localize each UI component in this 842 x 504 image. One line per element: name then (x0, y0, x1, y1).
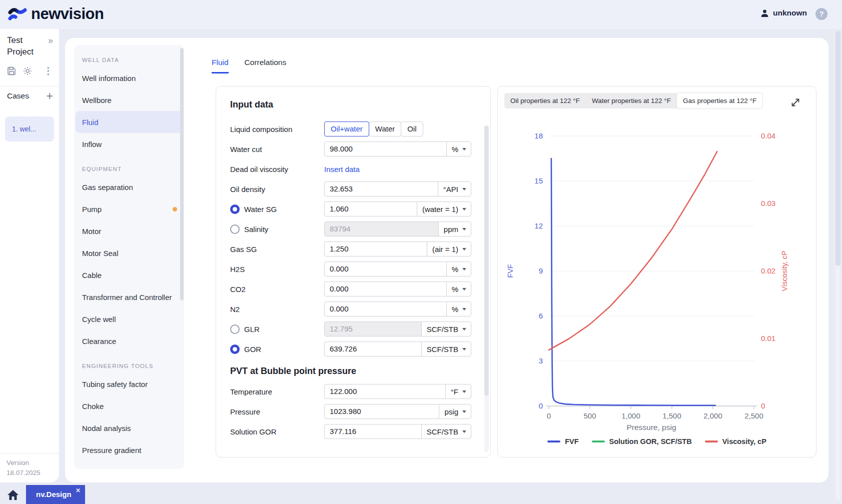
sidebar-item-fluid[interactable]: Fluid (76, 111, 183, 133)
temperature-label: Temperature (230, 388, 272, 396)
pressure-input[interactable]: 1023.980 (325, 404, 439, 418)
taskbar-tab-nvdesign[interactable]: nv.Design ✕ (26, 485, 85, 504)
n2-input[interactable]: 0.000 (325, 302, 446, 316)
glr-control-cell: 12.795SCF/STB (324, 322, 471, 336)
n2-label-cell: N2 (230, 305, 324, 314)
salinity-label-cell: Salinity (230, 224, 324, 234)
sidebar-item-choke[interactable]: Choke (74, 395, 184, 417)
pressure-unit-select[interactable]: psig (439, 404, 471, 418)
salinity-unit-select[interactable]: ppm (438, 222, 471, 236)
sidebar-item-wellbore[interactable]: Wellbore (74, 89, 184, 111)
case-item[interactable]: 1. wel... (5, 116, 54, 142)
liquid-composition-option-oil-water[interactable]: Oil+water (324, 122, 369, 136)
close-tab-icon[interactable]: ✕ (76, 487, 81, 494)
form-row-water-sg: Water SG1.060(water = 1) (230, 199, 490, 219)
oil-density-unit-label: °API (443, 185, 458, 194)
help-button[interactable]: ? (815, 8, 827, 20)
solution-gor-input[interactable]: 377.116 (325, 424, 421, 438)
n2-unit-label: % (452, 305, 458, 314)
gas-sg-unit-select[interactable]: (air = 1) (427, 242, 471, 256)
glr-input[interactable]: 12.795 (325, 322, 421, 336)
username-label: unknown (773, 8, 807, 18)
page-scrollbar[interactable] (835, 31, 840, 500)
legend-item-viscosity-cp[interactable]: Viscosity, cP (705, 438, 766, 446)
save-icon[interactable] (7, 66, 17, 76)
sidebar-item-cycle-well[interactable]: Cycle well (74, 308, 184, 330)
water-sg-input[interactable]: 1.060 (325, 202, 417, 216)
salinity-input[interactable]: 83794 (325, 222, 438, 236)
h2s-unit-select[interactable]: % (446, 262, 471, 276)
liquid-composition-option-water[interactable]: Water (369, 122, 401, 136)
oil-density-unit-select[interactable]: °API (438, 182, 471, 196)
sidebar-item-motor[interactable]: Motor (74, 220, 184, 242)
gor-unit-select[interactable]: SCF/STB (421, 342, 471, 356)
glr-radio[interactable] (230, 324, 240, 334)
co2-input[interactable]: 0.000 (325, 282, 446, 296)
sidebar-item-pressure-gradient[interactable]: Pressure gradient (74, 439, 184, 461)
co2-label: CO2 (230, 285, 246, 294)
water-sg-radio[interactable] (230, 204, 240, 214)
sidebar-item-tubing-safety-factor[interactable]: Tubing safety factor (74, 373, 184, 395)
temperature-unit-select[interactable]: °F (445, 384, 471, 398)
oil-density-input[interactable]: 32.653 (325, 182, 438, 196)
sidebar-item-label: Pump (82, 205, 102, 214)
water-cut-input[interactable]: 98.000 (325, 142, 446, 156)
form-row-gas-sg: Gas SG1.250(air = 1) (230, 239, 490, 259)
sidebar-item-inflow[interactable]: Inflow (74, 133, 184, 155)
temperature-input[interactable]: 122.000 (325, 384, 445, 398)
solution-gor-unit-select[interactable]: SCF/STB (421, 424, 471, 438)
settings-gear-icon[interactable] (23, 66, 33, 76)
tab-fluid[interactable]: Fluid (212, 58, 229, 74)
chart-tab-gas-properties-at-122-f[interactable]: Gas properties at 122 °F (677, 93, 762, 108)
version-date: 18.07.2025 (7, 468, 41, 478)
more-options-icon[interactable]: ⋮ (44, 65, 53, 76)
h2s-input[interactable]: 0.000 (325, 262, 446, 276)
co2-unit-select[interactable]: % (446, 282, 471, 296)
chart-legend: FVFSolution GOR, SCF/STBViscosity, cP (498, 438, 816, 446)
sidebar-item-motor-seal[interactable]: Motor Seal (74, 242, 184, 264)
chevron-down-icon (462, 410, 466, 413)
sidebar-item-transformer-and-controller[interactable]: Transformer and Controller (74, 286, 184, 308)
water-cut-unit-select[interactable]: % (446, 142, 471, 156)
h2s-label-cell: H2S (230, 265, 324, 274)
app-logo: newvision (8, 4, 104, 24)
glr-unit-select[interactable]: SCF/STB (421, 322, 471, 336)
gor-control-cell: 639.726SCF/STB (324, 342, 471, 356)
sidebar-item-cable[interactable]: Cable (74, 264, 184, 286)
legend-item-fvf[interactable]: FVF (547, 438, 578, 446)
glr-label: GLR (244, 325, 260, 334)
salinity-radio[interactable] (230, 224, 240, 234)
sidebar-item-nodal-analysis[interactable]: Nodal analysis (74, 417, 184, 439)
water-sg-unit-select[interactable]: (water = 1) (417, 202, 471, 216)
properties-chart-panel: Oil properties at 122 °FWater properties… (497, 86, 816, 458)
sidebar-item-clearance[interactable]: Clearance (74, 330, 184, 352)
legend-item-solution-gor-scf-stb[interactable]: Solution GOR, SCF/STB (592, 438, 692, 446)
sidebar-item-pump[interactable]: Pump (74, 198, 184, 220)
sidebar-item-label: Inflow (82, 140, 102, 148)
svg-text:0.01: 0.01 (761, 334, 775, 342)
collapse-panel-icon[interactable]: » (48, 36, 53, 46)
n2-unit-select[interactable]: % (446, 302, 471, 316)
chart-tab-water-properties-at-122-f[interactable]: Water properties at 122 °F (586, 93, 677, 108)
sidebar-scrollbar[interactable] (180, 48, 184, 300)
expand-chart-button[interactable] (790, 97, 801, 108)
gas-sg-input[interactable]: 1.250 (325, 242, 427, 256)
sidebar-item-well-information[interactable]: Well information (74, 67, 184, 89)
project-panel: Test Project » ⋮ Cases + 1. wel... Versi… (0, 29, 59, 482)
user-menu[interactable]: unknown (760, 8, 807, 18)
sidebar-item-gas-separation[interactable]: Gas separation (74, 176, 184, 198)
dead-oil-viscosity-link[interactable]: Insert data (324, 165, 360, 174)
gor-input[interactable]: 639.726 (325, 342, 421, 356)
home-button[interactable] (7, 489, 20, 501)
gas-sg-unit-label: (air = 1) (432, 245, 458, 254)
chart-tabs: Oil properties at 122 °FWater properties… (504, 93, 762, 108)
tab-correlations[interactable]: Correlations (245, 58, 287, 74)
chart-tab-oil-properties-at-122-f[interactable]: Oil properties at 122 °F (504, 93, 586, 108)
gor-radio[interactable] (230, 344, 240, 354)
page-scrollbar-thumb[interactable] (835, 31, 840, 266)
pressure-input-group: 1023.980psig (324, 404, 471, 419)
add-case-icon[interactable]: + (47, 91, 53, 101)
form-scrollbar[interactable] (484, 126, 489, 396)
n2-input-group: 0.000% (324, 302, 471, 316)
liquid-composition-option-oil[interactable]: Oil (401, 122, 423, 136)
